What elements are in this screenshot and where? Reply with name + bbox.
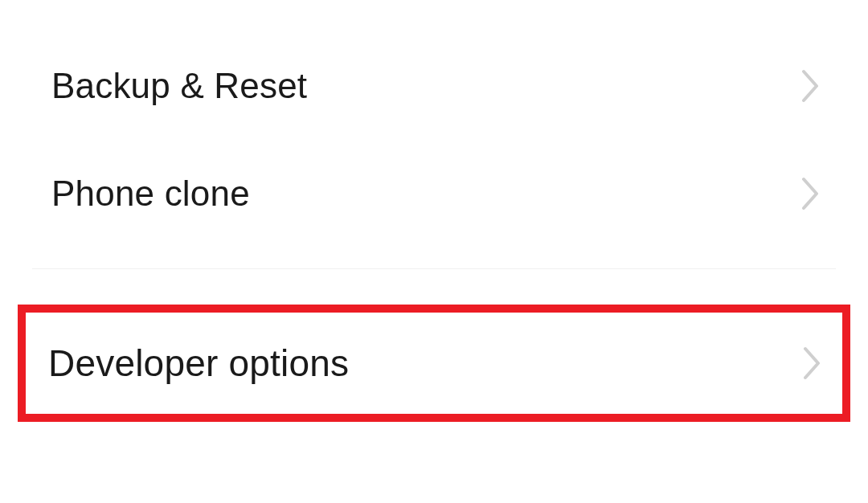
settings-list: Backup & Reset Phone clone Developer opt… [0, 0, 868, 422]
chevron-right-icon [800, 176, 821, 211]
chevron-right-icon [802, 346, 823, 381]
section-divider [32, 268, 836, 269]
settings-item-backup-reset[interactable]: Backup & Reset [0, 32, 868, 140]
settings-item-label: Developer options [48, 341, 349, 385]
settings-item-phone-clone[interactable]: Phone clone [0, 140, 868, 247]
settings-item-label: Backup & Reset [51, 66, 307, 106]
highlight-annotation: Developer options [18, 305, 850, 422]
chevron-right-icon [800, 68, 821, 104]
settings-item-label: Phone clone [51, 174, 250, 214]
settings-item-developer-options[interactable]: Developer options [26, 313, 842, 414]
